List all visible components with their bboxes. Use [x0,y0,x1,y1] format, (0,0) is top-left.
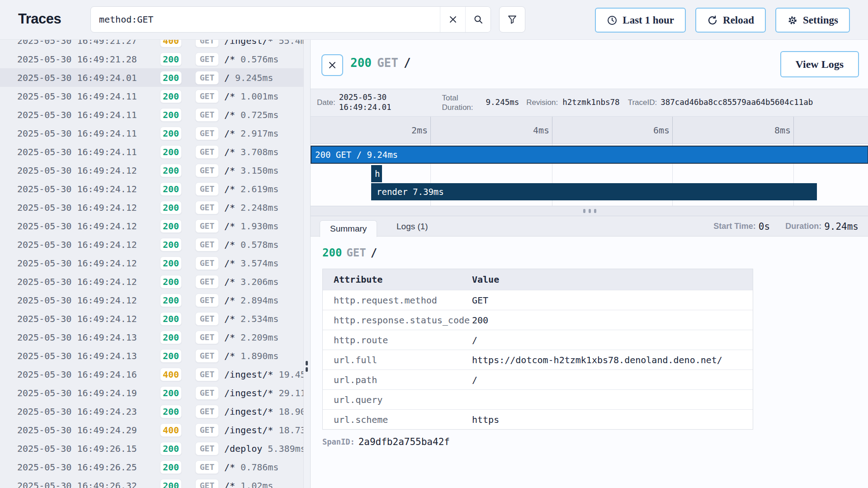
trace-duration: 29.11ms [278,388,304,398]
trace-list-row[interactable]: 2025-05-30 16:49:21.27 400 GET /ingest/*… [0,40,304,50]
trace-timestamp: 2025-05-30 16:49:26.32 [17,480,144,488]
reload-icon [707,15,718,26]
revision-value: h2tzmk1nbs78 [562,98,619,108]
trace-list-row[interactable]: 2025-05-30 16:49:24.19 200 GET /ingest/*… [0,384,304,402]
trace-list-row[interactable]: 2025-05-30 16:49:24.13 200 GET /* 1.890m… [0,346,304,365]
status-badge: 200 [160,90,182,103]
trace-path: /* [224,221,235,232]
trace-list-row[interactable]: 2025-05-30 16:49:24.12 200 GET /* 2.619m… [0,180,304,198]
trace-path: /* [224,295,235,306]
search-input[interactable] [91,7,440,32]
span-bar-render[interactable]: render 7.39ms [371,183,817,200]
axis-tick: 8ms [755,125,791,136]
trace-list-row[interactable]: 2025-05-30 16:49:24.12 200 GET /* 0.578m… [0,235,304,254]
trace-list-row[interactable]: 2025-05-30 16:49:24.12 200 GET /* 3.574m… [0,254,304,272]
scrollbar-thumb[interactable] [306,361,308,365]
time-range-button[interactable]: Last 1 hour [595,8,686,33]
tab-logs[interactable]: Logs (1) [391,216,434,237]
trace-list-row[interactable]: 2025-05-30 16:49:24.11 200 GET /* 0.725m… [0,105,304,124]
method-badge: GET [195,386,219,400]
trace-list-row[interactable]: 2025-05-30 16:49:26.15 200 GET /deploy 5… [0,439,304,458]
trace-list-row[interactable]: 2025-05-30 16:49:24.12 200 GET /* 3.206m… [0,272,304,291]
trace-list-row[interactable]: 2025-05-30 16:49:24.16 400 GET /ingest/*… [0,365,304,384]
trace-list-row[interactable]: 2025-05-30 16:49:24.29 400 GET /ingest/*… [0,421,304,439]
gear-icon [787,15,798,26]
trace-list-row[interactable]: 2025-05-30 16:49:24.13 200 GET /* 2.209m… [0,328,304,346]
method-badge: GET [195,442,219,455]
detail-tabs: Summary Logs (1) Start Time: 0s Duration… [311,216,868,237]
trace-list-row[interactable]: 2025-05-30 16:49:24.11 200 GET /* 2.917m… [0,124,304,142]
trace-duration: 0.576ms [241,54,278,65]
attribute-row: url.query [323,389,753,409]
trace-timestamp: 2025-05-30 16:49:24.11 [17,109,144,120]
trace-duration: 3.574ms [241,258,278,269]
tab-summary[interactable]: Summary [320,220,377,237]
span-bar-root[interactable]: 200 GET / 9.24ms [311,146,868,164]
settings-label: Settings [803,14,838,26]
trace-rows: 2025-05-30 16:49:21.27 400 GET /ingest/*… [0,40,304,488]
trace-list-row[interactable]: 2025-05-30 16:49:24.11 200 GET /* 3.708m… [0,142,304,161]
detail-title-path: / [404,56,411,70]
method-badge: GET [195,90,219,103]
meta-total-duration: Total Duration: 9.245ms [442,93,519,113]
attribute-row: url.scheme https [323,409,753,429]
meta-revision: Revision: h2tzmk1nbs78 [526,98,619,108]
trace-duration: 2.619ms [241,184,278,194]
trace-timestamp: 2025-05-30 16:49:24.12 [17,165,144,176]
view-logs-button[interactable]: View Logs [780,51,859,77]
trace-duration: 1.02ms [241,480,273,488]
status-badge: 400 [160,40,182,47]
trace-duration: 0.725ms [241,109,278,120]
status-badge: 200 [160,386,182,400]
trace-timestamp: 2025-05-30 16:49:24.12 [17,221,144,232]
trace-timestamp: 2025-05-30 16:49:21.28 [17,54,144,65]
trace-list-row[interactable]: 2025-05-30 16:49:24.23 200 GET /ingest/*… [0,402,304,421]
trace-timestamp: 2025-05-30 16:49:26.15 [17,443,144,454]
status-badge: 200 [160,238,182,251]
trace-duration: 19.45ms [278,369,304,380]
status-badge: 200 [160,349,182,363]
search-button[interactable] [465,7,491,32]
reload-button[interactable]: Reload [695,8,766,33]
trace-id-label: TraceID: [628,98,657,107]
status-badge: 200 [160,479,182,488]
status-badge: 200 [160,442,182,455]
close-icon [328,61,336,69]
method-badge: GET [195,368,219,381]
resize-handle[interactable] [311,206,868,216]
trace-list-row[interactable]: 2025-05-30 16:49:24.12 200 GET /* 2.248m… [0,198,304,217]
trace-list-row[interactable]: 2025-05-30 16:49:24.12 200 GET /* 2.894m… [0,291,304,309]
method-badge: GET [195,331,219,344]
trace-list-row[interactable]: 2025-05-30 16:49:24.12 200 GET /* 1.930m… [0,217,304,235]
start-time-value: 0s [759,221,770,232]
status-badge: 400 [160,423,182,437]
attribute-row: url.path / [323,370,753,389]
summary-status: 200 [322,246,342,259]
trace-list-row[interactable]: 2025-05-30 16:49:24.12 200 GET /* 2.534m… [0,309,304,328]
method-badge: GET [195,182,219,196]
trace-list-row[interactable]: 2025-05-30 16:49:26.25 200 GET /* 0.786m… [0,458,304,476]
span-bar-handler[interactable]: h [371,165,382,182]
trace-list-row[interactable]: 2025-05-30 16:49:21.28 200 GET /* 0.576m… [0,50,304,68]
trace-list-row[interactable]: 2025-05-30 16:49:24.12 200 GET /* 3.150m… [0,161,304,180]
start-time-label: Start Time: [713,222,756,231]
trace-duration: 2.534ms [241,313,278,324]
trace-timestamp: 2025-05-30 16:49:24.12 [17,276,144,287]
trace-detail-panel: 200 GET / View Logs Date: 2025-05-30 16:… [310,40,868,488]
trace-list-row[interactable]: 2025-05-30 16:49:24.01 200 GET / 9.245ms [0,68,304,87]
trace-path: /* [224,258,235,269]
filter-button[interactable] [499,6,525,33]
attribute-name: url.scheme [323,414,472,425]
panel-divider [304,40,310,488]
trace-duration: 1.001ms [241,91,278,102]
method-badge: GET [195,349,219,363]
method-badge: GET [195,219,219,233]
attribute-name: http.request.method [323,295,472,306]
settings-button[interactable]: Settings [775,8,850,33]
trace-list-row[interactable]: 2025-05-30 16:49:24.11 200 GET /* 1.001m… [0,87,304,105]
clear-search-button[interactable] [440,7,465,32]
total-duration-label: Total Duration: [442,93,473,113]
scrollbar-thumb[interactable] [306,367,308,372]
trace-list-row[interactable]: 2025-05-30 16:49:26.32 200 GET /* 1.02ms [0,476,304,488]
close-detail-button[interactable] [321,54,343,76]
